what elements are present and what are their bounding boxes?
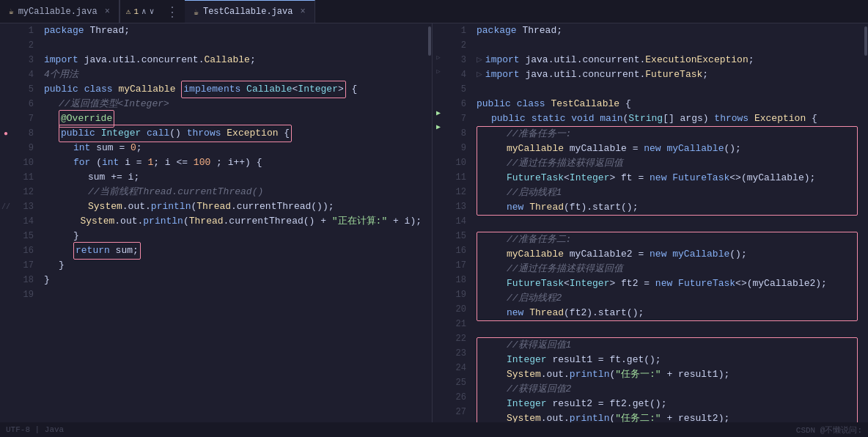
left-scrollbar[interactable]	[427, 23, 432, 422]
rln-12: 12	[449, 185, 466, 199]
rcode-1: package Thread;	[477, 23, 858, 38]
gutter-18	[0, 273, 12, 287]
rg-21	[433, 312, 444, 326]
code-line-17: }	[44, 258, 422, 273]
left-tab-close[interactable]: ×	[105, 7, 110, 17]
code-line-8: public Integer call() throws Exception {	[44, 126, 422, 141]
left-code-content[interactable]: package Thread; import java.util.concurr…	[38, 23, 427, 422]
rcode-26: Integer result2 = ft2.get();	[477, 397, 857, 411]
rg-17	[433, 257, 444, 271]
ln-4: 4	[16, 67, 34, 82]
ln-3: 3	[16, 53, 34, 67]
rcode-16: myCallable myCallable2 = new myCallable(…	[477, 247, 857, 262]
rln-15: 15	[449, 229, 466, 243]
tab-right[interactable]: ☕ TestCallable.java ×	[185, 0, 315, 23]
chevron-down-icon[interactable]: ∨	[150, 7, 155, 16]
code-line-12: //当前线程Thread.currentThread()	[44, 185, 422, 199]
rln-25: 25	[449, 375, 466, 390]
task1-box: //准备任务一: myCallable myCallable = new myC…	[477, 126, 858, 216]
tab-left[interactable]: ☕ myCallable.java ×	[0, 0, 119, 23]
ln-18: 18	[16, 273, 34, 287]
rln-22: 22	[449, 331, 466, 346]
rcode-9: myCallable myCallable = new myCallable()…	[477, 142, 857, 156]
gutter-5	[0, 82, 12, 97]
status-bar: UTF-8 | Java CSDN @不懒说问:	[0, 422, 868, 437]
rg-23	[433, 340, 444, 354]
rln-20: 20	[449, 302, 466, 317]
rln-13: 13	[449, 199, 466, 214]
ln-6: 6	[16, 97, 34, 111]
ln-15: 15	[16, 229, 34, 243]
gutter-11	[0, 170, 12, 185]
code-line-13: System.out.println(Thread.currentThread(…	[44, 199, 422, 214]
ln-17: 17	[16, 258, 34, 273]
chevron-up-icon[interactable]: ∧	[141, 7, 147, 16]
left-code-area[interactable]: ● // 1 2 3 4	[0, 23, 432, 422]
rln-6: 6	[449, 97, 466, 111]
rg-11	[433, 175, 444, 188]
rcode-24: System.out.println("任务一:" + result1);	[477, 367, 857, 382]
rg-16	[433, 243, 444, 257]
rln-17: 17	[449, 258, 466, 273]
code-line-4: 4个用法	[44, 67, 422, 82]
rg-9	[433, 147, 444, 161]
rln-3: 3	[449, 53, 466, 67]
rcode-2	[477, 38, 858, 53]
rln-2: 2	[449, 38, 466, 53]
rcode-13: new Thread(ft).start();	[477, 200, 857, 215]
rg-26	[433, 381, 444, 395]
code-line-6: //返回值类型<Integer>	[44, 97, 422, 111]
right-gutter: ▷ ▷ ▶ ▶	[433, 23, 444, 422]
rcode-23: Integer result1 = ft.get();	[477, 353, 857, 367]
rcode-7: public static void main(String[] args) t…	[477, 111, 858, 126]
csdn-watermark: CSDN @不懒说问:	[796, 425, 862, 436]
rln-19: 19	[449, 287, 466, 302]
gutter-17	[0, 258, 12, 273]
rg-6	[433, 92, 444, 106]
rcode-11: FutureTask<Integer> ft = new FutureTask<…	[477, 171, 857, 186]
rcode-27: System.out.println("任务二:" + result2);	[477, 411, 857, 422]
implements-box: implements Callable<Integer>	[181, 81, 345, 98]
code-line-15: }	[44, 229, 422, 243]
rcode-5	[477, 82, 858, 97]
gutter-10	[0, 155, 12, 170]
ln-19: 19	[16, 287, 34, 302]
rcode-15: //准备任务二:	[477, 232, 857, 247]
rln-16: 16	[449, 243, 466, 258]
rln-27: 27	[449, 405, 466, 419]
ln-12: 12	[16, 185, 34, 199]
rcode-21	[477, 323, 858, 337]
scrollbar-thumb	[428, 26, 431, 56]
code-line-19	[44, 287, 422, 302]
rln-10: 10	[449, 155, 466, 170]
ln-9: 9	[16, 141, 34, 155]
rln-14: 14	[449, 214, 466, 229]
rg-1	[433, 23, 444, 37]
rg-13	[433, 202, 444, 216]
rcode-6: public class TestCallable {	[477, 97, 858, 111]
rg-27	[433, 395, 444, 409]
ln-1: 1	[16, 23, 34, 38]
right-scrollbar[interactable]	[864, 23, 868, 422]
rg-18	[433, 271, 444, 285]
rln-21: 21	[449, 317, 466, 331]
rg-5	[433, 78, 444, 92]
rg-14	[433, 216, 444, 230]
rg-25	[433, 367, 444, 381]
rg-8	[433, 133, 444, 147]
gutter-19	[0, 287, 12, 302]
rln-4: 4	[449, 67, 466, 82]
rln-1: 1	[449, 23, 466, 38]
rcode-14	[477, 217, 858, 232]
rg-7: ▶	[433, 106, 444, 120]
ln-10: 10	[16, 155, 34, 170]
return-sum-box: return sum;	[73, 242, 141, 260]
code-line-10: for (int i = 1; i <= 100 ; i++) {	[44, 155, 422, 170]
right-code-area[interactable]: ▷ ▷ ▶ ▶	[433, 23, 868, 422]
editors-area: ● // 1 2 3 4	[0, 23, 868, 422]
task2-box: //准备任务二: myCallable myCallable2 = new my…	[477, 232, 858, 321]
ln-13: 13	[16, 199, 34, 214]
right-tab-close[interactable]: ×	[300, 7, 305, 17]
context-menu-icon[interactable]: ⋮	[160, 4, 185, 20]
right-code-content[interactable]: package Thread; ▷import java.util.concur…	[471, 23, 864, 422]
